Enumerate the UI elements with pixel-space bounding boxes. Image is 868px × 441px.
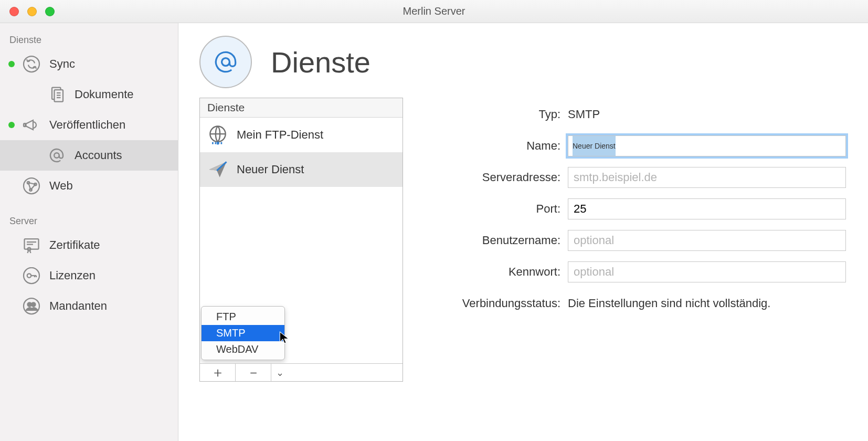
- sidebar-item-label: Zertifikate: [49, 238, 100, 252]
- svg-point-20: [27, 274, 31, 278]
- name-input[interactable]: Neuer Dienst: [568, 135, 846, 156]
- value-connection-status: Die Einstellungen sind nicht vollständig…: [568, 297, 770, 310]
- toolbar-chevron-icon: ⌄: [271, 364, 288, 381]
- page-title: Dienste: [271, 45, 371, 79]
- sidebar-section-label: Dienste: [0, 29, 178, 49]
- label-password: Kennwort:: [429, 265, 560, 279]
- svg-point-26: [31, 302, 36, 307]
- service-list-item[interactable]: Mein FTP-Dienst: [200, 118, 403, 152]
- sidebar-item-accounts[interactable]: Accounts: [0, 140, 178, 171]
- svg-point-7: [54, 153, 59, 158]
- sidebar-item-label: Accounts: [75, 149, 122, 162]
- header-icon-badge: [199, 36, 252, 88]
- username-input[interactable]: [568, 230, 846, 251]
- add-service-button[interactable]: ＋: [200, 364, 236, 381]
- sidebar-section-label: Server: [0, 211, 178, 230]
- service-list-item[interactable]: Neuer Dienst: [200, 152, 403, 187]
- server-address-input[interactable]: [568, 167, 846, 188]
- label-port: Port:: [429, 202, 560, 216]
- status-active-icon: [8, 122, 15, 128]
- svg-point-27: [222, 58, 230, 66]
- name-input-selection: Neuer Dienst: [573, 136, 616, 156]
- sidebar-item-publish[interactable]: Veröffentlichen: [0, 110, 178, 140]
- sidebar-item-label: Dokumente: [75, 88, 134, 101]
- service-list-header: Dienste: [200, 98, 403, 118]
- service-list-box: Dienste Mein FTP-Dienst Neuer Dienst: [199, 98, 403, 382]
- value-type: SMTP: [568, 108, 600, 121]
- svg-line-13: [31, 184, 36, 190]
- dropdown-item-smtp[interactable]: SMTP: [202, 325, 284, 341]
- sidebar-item-label: Web: [49, 179, 73, 193]
- remove-service-button[interactable]: －: [236, 364, 271, 381]
- sidebar-item-sync[interactable]: Sync: [0, 49, 178, 79]
- label-connection-status: Verbindungsstatus:: [429, 297, 560, 310]
- dropdown-item-webdav[interactable]: WebDAV: [202, 341, 284, 358]
- send-icon: [205, 157, 230, 182]
- at-sign-icon: [46, 145, 67, 166]
- service-item-label: Mein FTP-Dienst: [237, 128, 323, 142]
- sidebar-item-certificates[interactable]: Zertifikate: [0, 230, 178, 260]
- sidebar-item-label: Mandanten: [49, 299, 107, 313]
- sidebar-item-licenses[interactable]: Lizenzen: [0, 260, 178, 291]
- window-titlebar: Merlin Server: [0, 0, 868, 23]
- label-name: Name:: [429, 139, 560, 153]
- key-icon: [21, 265, 42, 286]
- certificate-icon: [21, 235, 42, 256]
- at-sign-icon: [211, 47, 240, 77]
- document-icon: [46, 84, 67, 105]
- dropdown-item-ftp[interactable]: FTP: [202, 309, 284, 325]
- sidebar-item-dokumente[interactable]: Dokumente: [0, 79, 178, 110]
- sidebar: Dienste Sync Dokumente Veröffentlichen: [0, 23, 178, 441]
- service-item-label: Neuer Dienst: [237, 163, 304, 176]
- svg-point-0: [24, 56, 39, 72]
- port-input[interactable]: [568, 198, 846, 219]
- sync-icon: [21, 54, 42, 75]
- add-service-type-dropdown[interactable]: FTP SMTP WebDAV: [201, 306, 285, 360]
- service-list-toolbar: ＋ － ⌄: [200, 363, 403, 381]
- service-list[interactable]: Mein FTP-Dienst Neuer Dienst FTP SMTP We…: [200, 118, 403, 363]
- sidebar-item-label: Sync: [49, 57, 75, 71]
- sidebar-item-web[interactable]: Web: [0, 171, 178, 201]
- sidebar-item-label: Veröffentlichen: [49, 118, 125, 132]
- service-settings-form: Typ: SMTP Name: Neuer Dienst Serveradres…: [429, 98, 847, 319]
- label-type: Typ:: [429, 108, 560, 121]
- content-area: Dienste Dienste Mein FTP-Dienst: [178, 23, 868, 441]
- globe-icon: [205, 122, 230, 148]
- label-server: Serveradresse:: [429, 171, 560, 184]
- password-input[interactable]: [568, 261, 846, 282]
- label-username: Benutzername:: [429, 234, 560, 247]
- users-icon: [21, 296, 42, 317]
- sidebar-item-tenants[interactable]: Mandanten: [0, 291, 178, 321]
- status-active-icon: [8, 61, 15, 67]
- megaphone-icon: [21, 114, 42, 135]
- window-title: Merlin Server: [0, 5, 868, 17]
- sidebar-item-label: Lizenzen: [49, 269, 96, 282]
- network-icon: [21, 175, 42, 196]
